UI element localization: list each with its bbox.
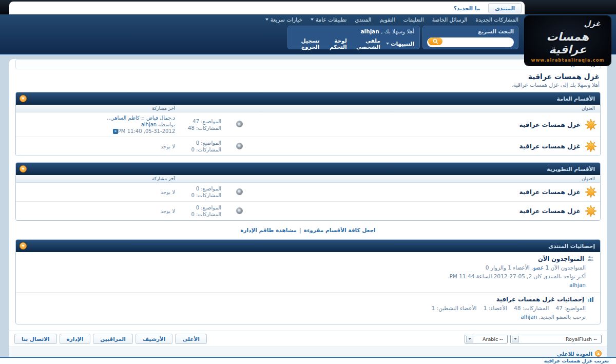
search-button[interactable] — [428, 37, 442, 45]
collapse-button[interactable] — [20, 165, 27, 173]
welcome-links: التنبيهات ملفي الشخصي لوحة التحكم تسجيل … — [293, 37, 414, 50]
page-title-block: غزل همسات عراقية أهلا وسهلا بك إلى غزل ه… — [16, 72, 600, 88]
no-posts-label: لا يوجد — [161, 144, 175, 149]
breadcrumb: المنتدى — [15, 59, 601, 69]
forum-icon — [585, 186, 597, 198]
last-post-user-link[interactable]: alhjan — [141, 122, 157, 127]
forum-status-cell — [236, 206, 243, 216]
nav-general-apps[interactable]: تطبيقات عامة — [311, 16, 346, 23]
column-title: العنوان — [257, 106, 600, 111]
forum-icon — [585, 119, 597, 131]
category-development: الأقسام التطويرية العنوان آخر مشاركة غزل… — [15, 162, 601, 221]
statistics-header: إحصائيات المنتدى — [16, 240, 600, 252]
footer-tab-archive[interactable]: الأرشيف — [136, 334, 173, 344]
category-name: الأقسام التطويرية — [547, 166, 600, 172]
nav-private-messages[interactable]: الرسائل الخاصة — [432, 16, 468, 23]
whos-online-heading: المتواجدون الآن — [22, 255, 594, 262]
collapse-button[interactable] — [20, 242, 27, 250]
forum-status-icon — [236, 207, 243, 214]
forum-status-cell — [236, 187, 243, 197]
navbar-links: المشاركات الجديدة الرسائل الخاصة التعليم… — [265, 16, 518, 23]
last-post-cell: د.جمال فياض :: كاظم الساهر... بواسطة alh… — [16, 112, 175, 137]
welcome-panel: أهلا وسهلا بك , alhjan التنبيهات ملفي ال… — [287, 26, 420, 49]
statistics-chart-icon — [587, 296, 594, 302]
column-last-post: آخر مشاركة — [16, 176, 175, 181]
logout-link[interactable]: تسجيل الخروج — [293, 37, 319, 50]
category-general: الأقسام العامة العنوان آخر مشاركة غزل هم… — [15, 92, 601, 156]
board-statistics-title: إحصائيات غزل همسات عراقية — [496, 296, 584, 303]
last-post-thread-link[interactable]: د.جمال فياض :: كاظم الساهر... — [107, 115, 175, 121]
no-posts-label: لا يوجد — [161, 189, 175, 195]
tab-forum[interactable]: المنتدى — [488, 3, 522, 13]
new-member-link[interactable]: alhjan — [521, 314, 537, 320]
view-staff-link[interactable]: مشاهدة طاقم الإدارة — [240, 227, 297, 233]
welcome-new-member-line: نرحب بالعضو الجديد, alhjan — [22, 313, 594, 320]
site-logo[interactable]: غزل همسات عراقية www.alrabtaaliraqia.com — [525, 16, 611, 66]
no-posts-label: لا يوجد — [161, 208, 175, 214]
back-to-top-link[interactable]: العودة للاعلى — [557, 350, 602, 357]
nav-quick-options[interactable]: خيارات سريعة — [265, 16, 302, 23]
forum-statistics-block: إحصائيات المنتدى المتواجدون الآن المتواج… — [15, 239, 601, 324]
my-profile-link[interactable]: ملفي الشخصي — [353, 37, 380, 50]
forum-link[interactable]: غزل همسات عراقية — [519, 121, 581, 128]
nav-new-posts[interactable]: المشاركات الجديدة — [475, 16, 518, 23]
footer-navbar: -- RoyalFlush -- Arabic الأعلى الأرشيف ا… — [9, 331, 607, 347]
footer-tab-contact[interactable]: الاتصال بنا — [14, 334, 57, 344]
category-name: الأقسام العامة — [556, 95, 600, 102]
forum-actions-row: اجعل كافة الأقسام مقروءة|مشاهدة طاقم الإ… — [9, 227, 607, 233]
page-subtitle: أهلا وسهلا بك إلى غزل همسات عراقية. — [16, 82, 600, 88]
nav-forum[interactable]: المنتدى — [355, 16, 371, 23]
forum-link[interactable]: غزل همسات عراقية — [519, 143, 581, 150]
collapse-button[interactable] — [20, 95, 27, 102]
forum-row: غزل همسات عراقية المواضيع: 47 المشاركات:… — [16, 112, 600, 137]
forum-stats-cell: المواضيع: 47 المشاركات: 48 — [175, 118, 221, 131]
footer-tab-admin[interactable]: الإدارة — [60, 334, 91, 344]
nav-calendar[interactable]: التقويم — [380, 16, 395, 23]
quick-search-label: البحث السريع — [427, 28, 514, 34]
go-to-last-post-icon[interactable] — [113, 129, 118, 134]
forum-title-cell: غزل همسات عراقية — [257, 202, 600, 220]
language-select[interactable]: -- Arabic — [465, 335, 508, 343]
mark-forums-read-link[interactable]: اجعل كافة الأقسام مقروءة — [304, 227, 376, 233]
chevron-down-icon — [466, 336, 473, 342]
arabization-credit-link[interactable]: تعريب غزل همسات عراقية — [544, 358, 609, 363]
forum-title-cell: غزل همسات عراقية — [257, 116, 600, 134]
forum-link[interactable]: غزل همسات عراقية — [519, 188, 581, 196]
forum-icon — [585, 140, 597, 152]
forum-status-icon — [236, 188, 243, 195]
forum-link[interactable]: غزل همسات عراقية — [519, 207, 581, 215]
search-icon — [433, 39, 438, 44]
chevron-down-icon — [311, 18, 314, 21]
online-count-line: المتواجدون الآن 1 عضو. الأعضاء 1 والزوار… — [22, 264, 594, 271]
forum-icon — [585, 205, 597, 217]
nav-help[interactable]: التعليمات — [403, 16, 424, 23]
forum-home-page: المنتدى ما الجديد؟ المشاركات الجديدة الر… — [0, 0, 616, 364]
style-select[interactable]: -- RoyalFlush — [510, 335, 602, 343]
forum-stats-cell: المواضيع: 0 المشاركات: 0 — [175, 185, 221, 199]
online-user-link[interactable]: alhjan — [569, 282, 586, 288]
footer-tab-top[interactable]: الأعلى — [175, 334, 207, 344]
column-last-post: آخر مشاركة — [16, 106, 175, 111]
current-username[interactable]: alhjan — [361, 28, 379, 34]
online-record-line: أكبر تواجد بالمنتدى كان 2, 05-27-2012 ال… — [22, 273, 594, 280]
whos-online-section: المتواجدون الآن المتواجدون الآن 1 عضو. ا… — [16, 252, 600, 292]
forum-row: غزل همسات عراقية المواضيع: 0 المشاركات: … — [16, 137, 600, 156]
search-field-wrap — [427, 36, 514, 47]
logo-word-main: همسات عراقية — [529, 30, 607, 56]
whos-online-title: المتواجدون الآن — [538, 255, 584, 262]
control-panel-link[interactable]: لوحة التحكم — [325, 37, 346, 50]
footer-tab-moderators[interactable]: المراقبين — [93, 334, 133, 344]
tab-whats-new[interactable]: ما الجديد؟ — [448, 4, 486, 13]
forum-row: غزل همسات عراقية المواضيع: 0 المشاركات: … — [16, 183, 600, 202]
chevron-down-icon — [512, 336, 519, 342]
notifications-link[interactable]: التنبيهات — [386, 37, 414, 50]
bottom-strip: تعريب غزل همسات عراقية — [0, 357, 616, 364]
top-strip: المنتدى ما الجديد؟ — [0, 0, 616, 14]
logo-url: www.alrabtaaliraqia.com — [525, 58, 611, 63]
online-members-link[interactable]: 1 عضو. — [531, 264, 549, 271]
board-statistics-section: إحصائيات غزل همسات عراقية المواضيع: 47 ا… — [16, 292, 600, 324]
forum-stats-cell: المواضيع: 0 المشاركات: 0 — [175, 140, 221, 153]
page-title: غزل همسات عراقية — [16, 72, 600, 81]
forum-title-cell: غزل همسات عراقية — [257, 183, 600, 201]
column-title: العنوان — [257, 176, 600, 181]
